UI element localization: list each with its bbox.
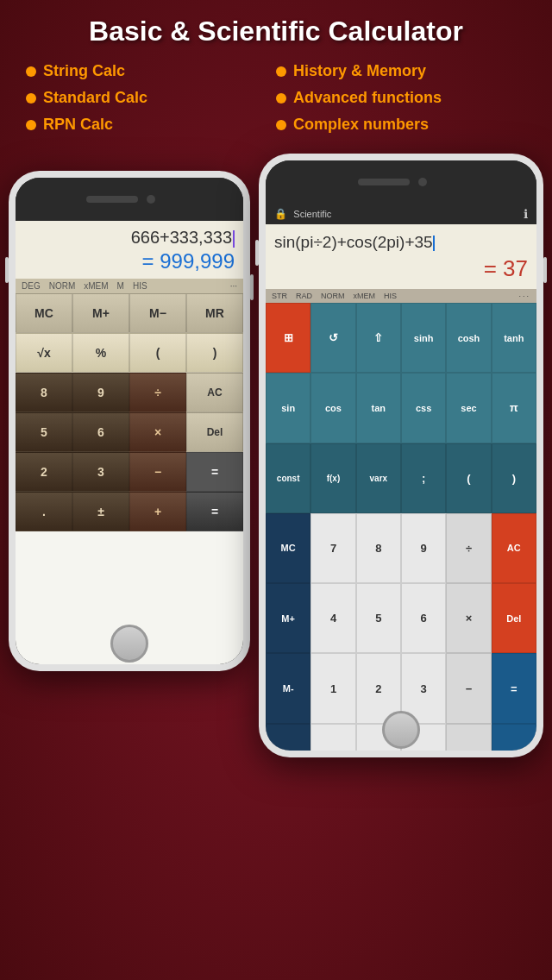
rkey-sec[interactable]: sec <box>446 373 491 443</box>
key-sqrt[interactable]: √x <box>16 333 72 373</box>
key-percent[interactable]: % <box>72 333 129 373</box>
feature-string-label: String Calc <box>43 62 125 80</box>
rkey-sin[interactable]: sin <box>266 373 310 443</box>
rkey-0[interactable]: 0 <box>310 724 355 751</box>
rkey-semicolon[interactable]: ; <box>401 443 446 513</box>
rkey-7[interactable]: 7 <box>310 513 355 583</box>
home-button-right[interactable] <box>382 711 420 749</box>
rtoolbar-his: HIS <box>381 291 399 301</box>
side-button-right <box>250 274 254 300</box>
rkey-eq2[interactable]: = <box>492 724 536 751</box>
right-cursor <box>433 236 435 251</box>
feature-complex-label: Complex numbers <box>293 116 429 134</box>
feature-history-label: History & Memory <box>293 62 426 80</box>
key-dot[interactable]: . <box>16 492 72 531</box>
key-sub[interactable]: − <box>129 452 186 492</box>
rkey-ac[interactable]: AC <box>492 513 536 583</box>
key-ac[interactable]: AC <box>186 373 243 412</box>
rkey-8[interactable]: 8 <box>356 513 401 583</box>
toolbar-xmem: xMEM <box>81 280 110 292</box>
left-input: 666+333,333 <box>24 228 235 248</box>
rkey-mplus[interactable]: M+ <box>266 583 310 653</box>
feature-advanced-label: Advanced functions <box>293 89 442 107</box>
rkey-eq1[interactable]: = <box>492 653 536 723</box>
rkey-sub[interactable]: − <box>446 653 491 723</box>
right-toolbar: STR RAD NORM xMEM HIS ··· <box>266 289 536 303</box>
key-5[interactable]: 5 <box>16 412 72 452</box>
key-rparen[interactable]: ) <box>186 333 243 373</box>
toolbar-norm: NORM <box>47 280 78 292</box>
rkey-mr[interactable]: MR <box>266 724 310 751</box>
key-plusminus[interactable]: ± <box>72 492 129 531</box>
phone-right: 🔒 Scientific ℹ sin(pi÷2)+cos(2pi)+35 = 3… <box>259 154 543 757</box>
left-screen: 666+333,333 = 999,999 DEG NORM xMEM M HI… <box>16 221 243 664</box>
key-mminus[interactable]: M− <box>129 293 186 333</box>
rkey-div[interactable]: ÷ <box>446 513 491 583</box>
bullet-icon <box>26 66 36 77</box>
feature-item-history: History & Memory <box>276 60 526 83</box>
toolbar-m: M <box>115 280 127 292</box>
rkey-tanh[interactable]: tanh <box>492 303 536 373</box>
rkey-fx[interactable]: f(x) <box>310 443 355 513</box>
key-eq2[interactable]: = <box>186 492 243 531</box>
rkey-tan[interactable]: tan <box>356 373 401 443</box>
rkey-grid[interactable]: ⊞ <box>266 303 310 373</box>
key-div[interactable]: ÷ <box>129 373 186 412</box>
home-button-left[interactable] <box>110 625 148 663</box>
rkey-rotate[interactable]: ↺ <box>310 303 355 373</box>
side-button-right-left <box>255 240 259 266</box>
rkey-9[interactable]: 9 <box>401 513 446 583</box>
features-grid: String Calc History & Memory Standard Ca… <box>17 60 535 136</box>
rkey-1[interactable]: 1 <box>310 653 355 723</box>
key-del[interactable]: Del <box>186 412 243 452</box>
rkey-4[interactable]: 4 <box>310 583 355 653</box>
right-result: = 37 <box>274 252 528 284</box>
rkey-6[interactable]: 6 <box>401 583 446 653</box>
rtoolbar-rad: RAD <box>293 291 315 301</box>
rkey-const[interactable]: const <box>266 443 310 513</box>
camera-right <box>418 178 427 186</box>
rkey-pi[interactable]: π <box>492 373 536 443</box>
rkey-mminus[interactable]: M- <box>266 653 310 723</box>
rkey-rparen[interactable]: ) <box>492 443 536 513</box>
key-mr[interactable]: MR <box>186 293 243 333</box>
key-lparen[interactable]: ( <box>129 333 186 373</box>
rkey-mc[interactable]: MC <box>266 513 310 583</box>
info-icon[interactable]: ℹ <box>524 207 528 221</box>
key-row-6: . ± + = <box>16 492 243 531</box>
key-8[interactable]: 8 <box>16 373 72 412</box>
rkey-shift[interactable]: ⇧ <box>356 303 401 373</box>
key-row-2: √x % ( ) <box>16 333 243 373</box>
right-keypad: ⊞ ↺ ⇧ sinh cosh tanh sin cos tan css sec <box>266 303 536 751</box>
rkey-5[interactable]: 5 <box>356 583 401 653</box>
key-row-3: 8 9 ÷ AC <box>16 373 243 412</box>
key-eq1[interactable]: = <box>186 452 243 492</box>
key-2[interactable]: 2 <box>16 452 72 492</box>
key-mul[interactable]: × <box>129 412 186 452</box>
key-add[interactable]: + <box>129 492 186 531</box>
phone-left: 666+333,333 = 999,999 DEG NORM xMEM M HI… <box>9 171 250 671</box>
rkey-cosh[interactable]: cosh <box>446 303 491 373</box>
rkey-varx[interactable]: varx <box>356 443 401 513</box>
rkey-del[interactable]: Del <box>492 583 536 653</box>
key-mplus[interactable]: M+ <box>72 293 129 333</box>
rtoolbar-str: STR <box>269 291 290 301</box>
rkey-mul[interactable]: × <box>446 583 491 653</box>
left-result: = 999,999 <box>24 248 235 275</box>
key-3[interactable]: 3 <box>72 452 129 492</box>
key-mc[interactable]: MC <box>16 293 72 333</box>
rkey-css[interactable]: css <box>401 373 446 443</box>
key-9[interactable]: 9 <box>72 373 129 412</box>
feature-standard-label: Standard Calc <box>43 89 147 107</box>
side-button-left <box>5 257 9 283</box>
rkey-lparen[interactable]: ( <box>446 443 491 513</box>
cursor <box>233 230 235 248</box>
rkey-sinh[interactable]: sinh <box>401 303 446 373</box>
lock-icon: 🔒 <box>274 208 287 220</box>
right-title-label: 🔒 Scientific <box>274 208 331 220</box>
key-6[interactable]: 6 <box>72 412 129 452</box>
rkey-add[interactable]: + <box>446 724 491 751</box>
rkey-cos[interactable]: cos <box>310 373 355 443</box>
feature-item-complex: Complex numbers <box>276 113 526 136</box>
bullet-icon <box>276 93 286 104</box>
